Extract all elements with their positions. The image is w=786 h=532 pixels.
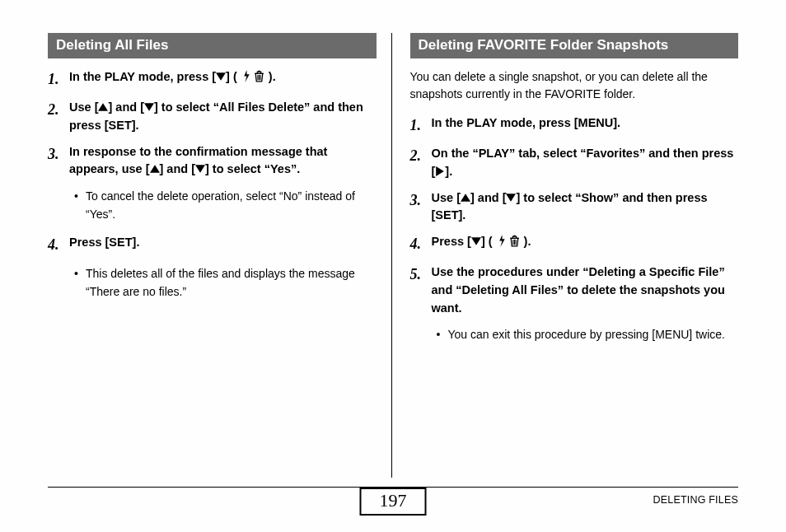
manual-page: Deleting All Files 1. In the PLAY mode, … <box>0 0 786 532</box>
down-triangle-icon <box>144 102 154 112</box>
step-fragment: Use [ <box>432 191 461 204</box>
step-text: Press [] ( ). <box>432 233 739 251</box>
step-number: 3. <box>48 143 69 166</box>
step-fragment: ]. <box>445 165 452 178</box>
down-triangle-icon <box>506 193 516 203</box>
bullet-item: • To cancel the delete operation, select… <box>74 187 377 224</box>
step-item: 3. Use [] and [] to select “Show” and th… <box>410 189 739 226</box>
step-text: On the “PLAY” tab, select “Favorites” an… <box>432 145 739 181</box>
step-fragment: ] to select “Yes”. <box>205 162 300 175</box>
section-header-deleting-all: Deleting All Files <box>48 33 377 58</box>
trash-icon <box>509 235 520 247</box>
step-fragment: ] ( <box>481 235 496 248</box>
step-text: Press [SET]. <box>69 234 377 252</box>
step-fragment: ] and [ <box>160 162 196 175</box>
step-number: 5. <box>410 264 432 286</box>
section-header-favorite: Deleting FAVORITE Folder Snapshots <box>410 33 739 58</box>
intro-text: You can delete a single snapshot, or you… <box>410 68 739 103</box>
step-text: Use the procedures under “Deleting a Spe… <box>432 264 739 317</box>
step-fragment: ). <box>521 235 531 248</box>
step-fragment: ] and [ <box>108 100 144 114</box>
sub-bullets: • You can exit this procedure by pressin… <box>437 325 739 343</box>
flash-icon <box>497 235 508 247</box>
bullet-item: • You can exit this procedure by pressin… <box>437 325 739 343</box>
step-item: 4. Press [SET]. <box>48 234 377 256</box>
bullet-item: • This deletes all of the files and disp… <box>74 264 377 301</box>
bullet-marker: • <box>74 264 86 301</box>
down-triangle-icon <box>216 72 226 82</box>
step-fragment: ] and [ <box>470 191 507 204</box>
bullet-marker: • <box>437 325 448 343</box>
step-number: 3. <box>410 189 432 212</box>
right-column: Deleting FAVORITE Folder Snapshots You c… <box>391 33 739 478</box>
step-fragment: Press [ <box>432 235 471 248</box>
left-column: Deleting All Files 1. In the PLAY mode, … <box>48 33 391 478</box>
step-number: 2. <box>410 145 432 167</box>
step-fragment: ] ( <box>226 70 241 83</box>
bullet-text: To cancel the delete operation, select “… <box>86 187 377 224</box>
step-text: In response to the confirmation message … <box>69 143 377 180</box>
step-number: 1. <box>410 114 432 137</box>
up-triangle-icon <box>150 164 160 174</box>
sub-bullets: • This deletes all of the files and disp… <box>74 264 377 301</box>
two-column-layout: Deleting All Files 1. In the PLAY mode, … <box>48 33 738 478</box>
footer-section-label: DELETING FILES <box>653 494 738 506</box>
step-item: 1. In the PLAY mode, press [] ( ). <box>48 68 377 91</box>
trash-icon <box>254 70 264 82</box>
step-text: In the PLAY mode, press [] ( ). <box>69 68 377 86</box>
step-fragment: ). <box>265 70 276 83</box>
down-triangle-icon <box>471 236 481 246</box>
down-triangle-icon <box>195 164 205 174</box>
up-triangle-icon <box>461 193 470 203</box>
step-item: 5. Use the procedures under “Deleting a … <box>410 264 739 317</box>
step-number: 4. <box>410 233 432 255</box>
step-fragment: On the “PLAY” tab, select “Favorites” an… <box>432 147 734 178</box>
bullet-marker: • <box>74 187 86 224</box>
bullet-text: You can exit this procedure by pressing … <box>448 325 739 343</box>
up-triangle-icon <box>98 102 108 112</box>
right-triangle-icon <box>435 166 445 176</box>
flash-icon <box>241 70 252 82</box>
step-fragment: Use [ <box>69 100 98 114</box>
step-item: 4. Press [] ( ). <box>410 233 739 255</box>
step-item: 2. On the “PLAY” tab, select “Favorites”… <box>410 145 739 181</box>
step-item: 1. In the PLAY mode, press [MENU]. <box>410 114 739 137</box>
bullet-text: This deletes all of the files and displa… <box>86 264 377 301</box>
step-item: 3. In response to the confirmation messa… <box>48 143 377 180</box>
step-fragment: In the PLAY mode, press [ <box>69 70 216 83</box>
step-item: 2. Use [] and [] to select “All Files De… <box>48 99 377 135</box>
step-text: Use [] and [] to select “Show” and then … <box>432 189 739 226</box>
page-number: 197 <box>360 488 427 516</box>
step-number: 4. <box>48 234 69 256</box>
step-number: 1. <box>48 68 69 91</box>
step-text: In the PLAY mode, press [MENU]. <box>432 114 739 133</box>
step-text: Use [] and [] to select “All Files Delet… <box>69 99 377 135</box>
step-number: 2. <box>48 99 69 121</box>
sub-bullets: • To cancel the delete operation, select… <box>74 187 377 224</box>
